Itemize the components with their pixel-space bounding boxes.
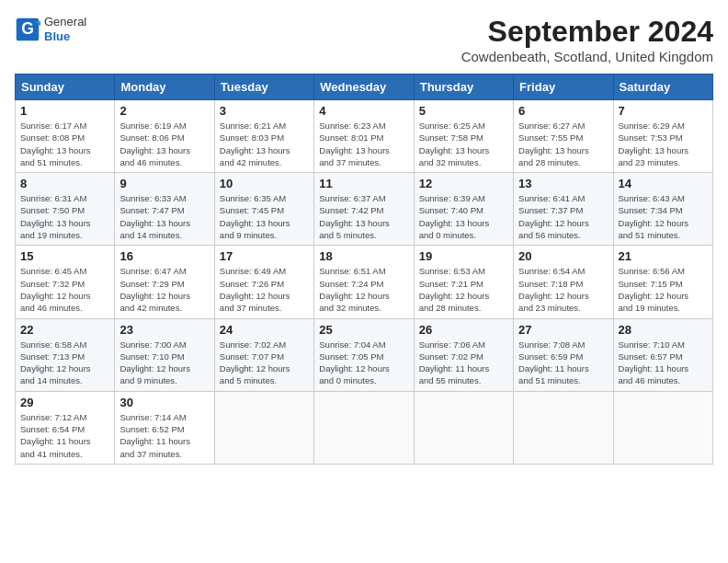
day-info: Sunrise: 6:53 AM Sunset: 7:21 PM Dayligh…: [419, 265, 508, 314]
day-info: Sunrise: 7:08 AM Sunset: 6:59 PM Dayligh…: [518, 339, 608, 387]
calendar-cell: 30Sunrise: 7:14 AM Sunset: 6:52 PM Dayli…: [115, 391, 214, 464]
calendar-cell: 22Sunrise: 6:58 AM Sunset: 7:13 PM Dayli…: [16, 318, 115, 391]
calendar-cell: 3Sunrise: 6:21 AM Sunset: 8:03 PM Daylig…: [214, 100, 313, 173]
calendar-cell: 5Sunrise: 6:25 AM Sunset: 7:58 PM Daylig…: [414, 100, 513, 173]
day-number: 8: [20, 177, 109, 190]
day-number: 15: [20, 249, 109, 263]
day-number: 26: [419, 323, 508, 337]
day-info: Sunrise: 6:49 AM Sunset: 7:26 PM Dayligh…: [220, 265, 309, 314]
logo-text: General Blue: [44, 15, 86, 43]
day-info: Sunrise: 7:14 AM Sunset: 6:52 PM Dayligh…: [119, 411, 209, 460]
month-title: September 2024: [461, 15, 713, 49]
day-number: 28: [619, 323, 708, 337]
calendar-cell: [613, 391, 712, 464]
day-info: Sunrise: 6:25 AM Sunset: 7:58 PM Dayligh…: [419, 120, 508, 168]
day-number: 12: [419, 177, 508, 190]
day-info: Sunrise: 6:27 AM Sunset: 7:55 PM Dayligh…: [518, 120, 608, 168]
calendar-cell: 9Sunrise: 6:33 AM Sunset: 7:47 PM Daylig…: [115, 173, 214, 246]
calendar-cell: [214, 391, 313, 464]
calendar-cell: 13Sunrise: 6:41 AM Sunset: 7:37 PM Dayli…: [514, 173, 613, 246]
logo: G General Blue: [15, 15, 86, 43]
day-info: Sunrise: 6:37 AM Sunset: 7:42 PM Dayligh…: [319, 192, 408, 241]
day-number: 29: [20, 396, 109, 409]
calendar-cell: [414, 391, 513, 464]
calendar-cell: 15Sunrise: 6:45 AM Sunset: 7:32 PM Dayli…: [16, 246, 115, 318]
day-info: Sunrise: 6:58 AM Sunset: 7:13 PM Dayligh…: [20, 339, 109, 387]
day-number: 6: [518, 104, 608, 118]
calendar-cell: 18Sunrise: 6:51 AM Sunset: 7:24 PM Dayli…: [314, 246, 414, 318]
day-info: Sunrise: 6:39 AM Sunset: 7:40 PM Dayligh…: [419, 192, 508, 241]
calendar-cell: 7Sunrise: 6:29 AM Sunset: 7:53 PM Daylig…: [613, 100, 712, 173]
weekday-header-sunday: Sunday: [16, 75, 115, 100]
calendar-week-2: 8Sunrise: 6:31 AM Sunset: 7:50 PM Daylig…: [16, 173, 713, 246]
calendar-cell: 17Sunrise: 6:49 AM Sunset: 7:26 PM Dayli…: [214, 246, 313, 318]
day-number: 5: [419, 104, 508, 118]
logo-icon: G: [15, 17, 40, 42]
calendar-cell: 29Sunrise: 7:12 AM Sunset: 6:54 PM Dayli…: [16, 391, 115, 464]
weekday-header-monday: Monday: [115, 75, 214, 100]
day-info: Sunrise: 6:51 AM Sunset: 7:24 PM Dayligh…: [319, 265, 408, 314]
day-number: 25: [319, 323, 408, 337]
calendar-cell: 4Sunrise: 6:23 AM Sunset: 8:01 PM Daylig…: [314, 100, 414, 173]
calendar-cell: 27Sunrise: 7:08 AM Sunset: 6:59 PM Dayli…: [514, 318, 613, 391]
day-info: Sunrise: 7:06 AM Sunset: 7:02 PM Dayligh…: [419, 339, 508, 387]
calendar: SundayMondayTuesdayWednesdayThursdayFrid…: [15, 74, 713, 465]
calendar-week-4: 22Sunrise: 6:58 AM Sunset: 7:13 PM Dayli…: [16, 318, 713, 391]
calendar-cell: 2Sunrise: 6:19 AM Sunset: 8:06 PM Daylig…: [115, 100, 214, 173]
day-number: 17: [220, 249, 309, 263]
weekday-header-tuesday: Tuesday: [214, 75, 313, 100]
weekday-header-saturday: Saturday: [613, 75, 712, 100]
calendar-cell: 25Sunrise: 7:04 AM Sunset: 7:05 PM Dayli…: [314, 318, 414, 391]
weekday-header-row: SundayMondayTuesdayWednesdayThursdayFrid…: [16, 75, 713, 100]
day-info: Sunrise: 6:17 AM Sunset: 8:08 PM Dayligh…: [20, 120, 109, 168]
day-number: 1: [20, 104, 109, 118]
day-info: Sunrise: 6:23 AM Sunset: 8:01 PM Dayligh…: [319, 120, 408, 168]
day-info: Sunrise: 6:43 AM Sunset: 7:34 PM Dayligh…: [619, 192, 708, 241]
day-number: 19: [419, 249, 508, 263]
day-number: 4: [319, 104, 408, 118]
day-number: 14: [619, 177, 708, 190]
day-info: Sunrise: 6:45 AM Sunset: 7:32 PM Dayligh…: [20, 265, 109, 314]
calendar-cell: 26Sunrise: 7:06 AM Sunset: 7:02 PM Dayli…: [414, 318, 513, 391]
calendar-cell: 28Sunrise: 7:10 AM Sunset: 6:57 PM Dayli…: [613, 318, 712, 391]
calendar-cell: 23Sunrise: 7:00 AM Sunset: 7:10 PM Dayli…: [115, 318, 214, 391]
day-info: Sunrise: 6:56 AM Sunset: 7:15 PM Dayligh…: [619, 265, 708, 314]
day-number: 27: [518, 323, 608, 337]
calendar-body: 1Sunrise: 6:17 AM Sunset: 8:08 PM Daylig…: [16, 100, 713, 465]
day-number: 16: [119, 249, 209, 263]
day-info: Sunrise: 6:29 AM Sunset: 7:53 PM Dayligh…: [619, 120, 708, 168]
weekday-header-wednesday: Wednesday: [314, 75, 414, 100]
day-info: Sunrise: 7:10 AM Sunset: 6:57 PM Dayligh…: [619, 339, 708, 387]
calendar-cell: 10Sunrise: 6:35 AM Sunset: 7:45 PM Dayli…: [214, 173, 313, 246]
calendar-cell: 12Sunrise: 6:39 AM Sunset: 7:40 PM Dayli…: [414, 173, 513, 246]
day-number: 3: [220, 104, 309, 118]
weekday-header-thursday: Thursday: [414, 75, 513, 100]
day-info: Sunrise: 7:00 AM Sunset: 7:10 PM Dayligh…: [119, 339, 209, 387]
calendar-cell: [514, 391, 613, 464]
calendar-week-1: 1Sunrise: 6:17 AM Sunset: 8:08 PM Daylig…: [16, 100, 713, 173]
day-info: Sunrise: 7:12 AM Sunset: 6:54 PM Dayligh…: [20, 411, 109, 460]
header: G General Blue September 2024 Cowdenbeat…: [15, 15, 713, 64]
location: Cowdenbeath, Scotland, United Kingdom: [461, 49, 713, 64]
calendar-cell: 24Sunrise: 7:02 AM Sunset: 7:07 PM Dayli…: [214, 318, 313, 391]
calendar-week-5: 29Sunrise: 7:12 AM Sunset: 6:54 PM Dayli…: [16, 391, 713, 464]
day-info: Sunrise: 6:35 AM Sunset: 7:45 PM Dayligh…: [220, 192, 309, 241]
day-info: Sunrise: 6:41 AM Sunset: 7:37 PM Dayligh…: [518, 192, 608, 241]
day-info: Sunrise: 6:54 AM Sunset: 7:18 PM Dayligh…: [518, 265, 608, 314]
day-info: Sunrise: 6:33 AM Sunset: 7:47 PM Dayligh…: [119, 192, 209, 241]
day-number: 22: [20, 323, 109, 337]
day-number: 7: [619, 104, 708, 118]
calendar-cell: 20Sunrise: 6:54 AM Sunset: 7:18 PM Dayli…: [514, 246, 613, 318]
weekday-header-friday: Friday: [514, 75, 613, 100]
svg-text:G: G: [21, 19, 34, 38]
day-number: 13: [518, 177, 608, 190]
day-info: Sunrise: 6:31 AM Sunset: 7:50 PM Dayligh…: [20, 192, 109, 241]
calendar-cell: 6Sunrise: 6:27 AM Sunset: 7:55 PM Daylig…: [514, 100, 613, 173]
calendar-cell: 16Sunrise: 6:47 AM Sunset: 7:29 PM Dayli…: [115, 246, 214, 318]
calendar-cell: 14Sunrise: 6:43 AM Sunset: 7:34 PM Dayli…: [613, 173, 712, 246]
calendar-cell: 21Sunrise: 6:56 AM Sunset: 7:15 PM Dayli…: [613, 246, 712, 318]
calendar-cell: 1Sunrise: 6:17 AM Sunset: 8:08 PM Daylig…: [16, 100, 115, 173]
day-number: 9: [119, 177, 209, 190]
day-info: Sunrise: 6:19 AM Sunset: 8:06 PM Dayligh…: [119, 120, 209, 168]
day-number: 11: [319, 177, 408, 190]
